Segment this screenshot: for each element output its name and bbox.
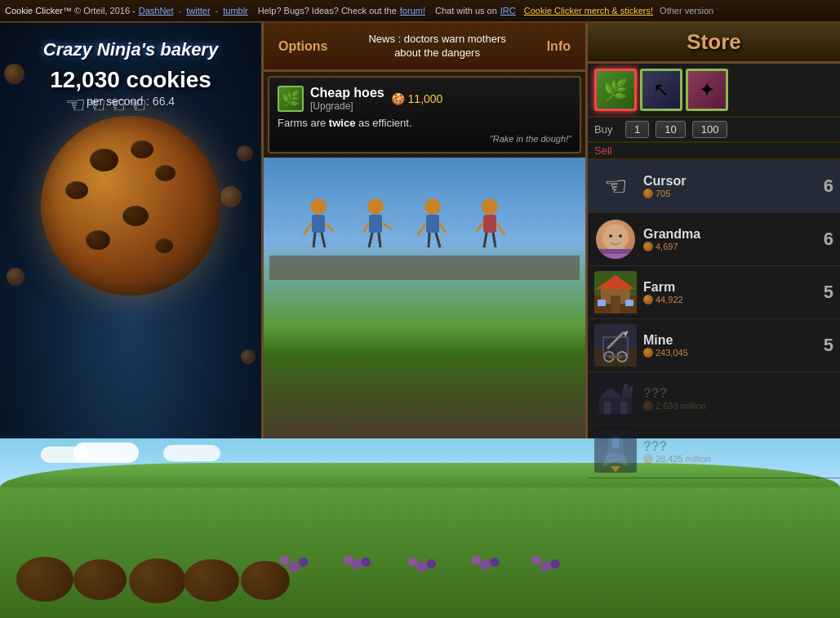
cursor-item-name: Cursor [643, 174, 813, 189]
svg-line-3 [304, 223, 312, 235]
svg-rect-49 [611, 296, 620, 313]
svg-point-30 [362, 558, 371, 567]
cursor-hand-icon: ☜ [604, 171, 628, 202]
merch-link[interactable]: Cookie Clicker merch & stickers! [524, 6, 653, 16]
svg-point-34 [480, 559, 491, 571]
farm-item-icon [594, 271, 637, 313]
store-item-cursor[interactable]: ☜ Cursor 705 6 [588, 160, 840, 213]
chat-text: Chat with us on [435, 6, 497, 16]
farm-cost-icon [643, 295, 653, 305]
svg-point-31 [416, 561, 428, 572]
svg-rect-44 [596, 249, 635, 254]
qty-100-button[interactable]: 100 [692, 121, 728, 138]
locked-1-cost-icon [643, 401, 653, 411]
cursor-icon-inner: ↖ [642, 71, 680, 109]
mine-item-icon [594, 324, 637, 367]
store-item-mine[interactable]: Mine 243,045 5 [588, 319, 840, 372]
mine-item-cost: 243,045 [643, 348, 813, 358]
svg-line-10 [382, 223, 392, 229]
svg-line-22 [496, 223, 504, 235]
farm-item-name: Farm [643, 280, 813, 295]
tumblr-link[interactable]: tumblr [223, 6, 248, 16]
svg-point-42 [619, 234, 622, 238]
store-item-locked-2[interactable]: ??? 28.425 million [588, 425, 840, 478]
tooltip-type: [Upgrade] [310, 100, 384, 112]
cloud [163, 445, 220, 461]
svg-point-39 [551, 559, 560, 568]
svg-line-21 [477, 223, 483, 231]
svg-line-24 [493, 233, 496, 247]
svg-rect-67 [624, 384, 628, 392]
cookie-count: 12,030 cookies [50, 67, 211, 93]
topbar: Cookie Clicker™ © Orteil, 2016 - DashNet… [0, 0, 840, 23]
cursor-cost-icon [643, 189, 653, 198]
cookie-chip [155, 238, 173, 253]
farm-icon-container [594, 271, 637, 313]
farm-item-count: 5 [813, 282, 833, 303]
sell-row: Sell [588, 143, 840, 160]
upgrade-icon-pink[interactable]: ✦ [686, 69, 728, 111]
tooltip-popup: 🌿 Cheap hoes [Upgrade] 🍪 11,000 Farms ar… [268, 76, 581, 153]
svg-line-11 [369, 233, 372, 247]
mine-item-count: 5 [813, 335, 833, 356]
svg-point-19 [482, 198, 498, 215]
big-cookie[interactable] [41, 116, 220, 296]
cursor-item-icon: ☜ [594, 165, 637, 207]
nav-info[interactable]: Info [540, 36, 577, 57]
svg-point-40 [602, 225, 629, 251]
main-layout: Crazy Ninja's bakery 12,030 cookies per … [0, 23, 840, 618]
twitter-link[interactable]: twitter [186, 6, 210, 16]
upgrade-icon-cursor[interactable]: ↖ [640, 69, 682, 111]
tooltip-name: Cheap hoes [310, 86, 384, 100]
svg-rect-65 [604, 402, 611, 414]
store-item-locked-1[interactable]: ??? 2.639 million [588, 372, 840, 425]
cookie-chip [155, 165, 176, 181]
tooltip-cost: 🍪 11,000 [391, 92, 443, 105]
dashnet-link[interactable]: DashNet [139, 6, 174, 16]
locked-2-cost-icon [643, 454, 653, 464]
qty-10-button[interactable]: 10 [656, 121, 685, 138]
cookie-area[interactable]: ☜☜☜☜ [41, 116, 220, 296]
svg-point-1 [310, 198, 327, 215]
irc-link[interactable]: IRC [500, 6, 516, 16]
buy-sell-row: Buy 1 10 100 [588, 118, 840, 143]
svg-rect-50 [598, 300, 606, 306]
nav-options[interactable]: Options [272, 36, 334, 57]
tooltip-flavor: "Rake in the dough!" [278, 134, 571, 144]
svg-line-9 [363, 223, 369, 233]
float-cookie [241, 349, 256, 364]
float-cookie [7, 268, 24, 286]
cookie-cost-icon: 🍪 [391, 92, 405, 105]
float-cookie [220, 186, 242, 207]
forum-link[interactable]: forum! [400, 6, 425, 16]
svg-point-27 [299, 558, 308, 567]
tooltip-header: 🌿 Cheap hoes [Upgrade] 🍪 11,000 [278, 86, 571, 112]
qty-1-button[interactable]: 1 [625, 121, 649, 138]
tooltip-description: Farms are twice as efficient. [278, 117, 571, 129]
cookie-chip [65, 181, 88, 199]
cursor-item-cost: 705 [643, 189, 813, 198]
hoes-icon-inner: 🌿 [597, 71, 634, 109]
locked-2-name: ??? [643, 439, 813, 454]
svg-line-6 [322, 233, 325, 247]
grandma-item-info: Grandma 4,697 [643, 227, 813, 251]
svg-line-4 [325, 223, 333, 231]
grandma-cost-icon [643, 242, 653, 251]
bakery-name: Crazy Ninja's bakery [43, 39, 218, 60]
float-cookie [4, 64, 24, 84]
upgrade-icon-hoes[interactable]: 🌿 [594, 69, 637, 111]
store-item-grandma[interactable]: Grandma 4,697 6 [588, 213, 840, 266]
cookie-chip [131, 140, 153, 158]
svg-line-16 [439, 223, 446, 233]
svg-point-26 [280, 555, 289, 564]
buy-label: Buy [594, 123, 619, 136]
svg-line-15 [418, 223, 426, 235]
game-title: Cookie Clicker™ © Orteil, 2016 - [5, 6, 136, 16]
svg-point-37 [540, 561, 552, 572]
store-item-farm[interactable]: Farm 44,922 5 [588, 266, 840, 319]
svg-point-72 [611, 438, 620, 449]
svg-point-33 [427, 559, 436, 568]
locked-1-name: ??? [643, 386, 813, 401]
float-cookie [237, 145, 253, 162]
grandma-item-name: Grandma [643, 227, 813, 242]
